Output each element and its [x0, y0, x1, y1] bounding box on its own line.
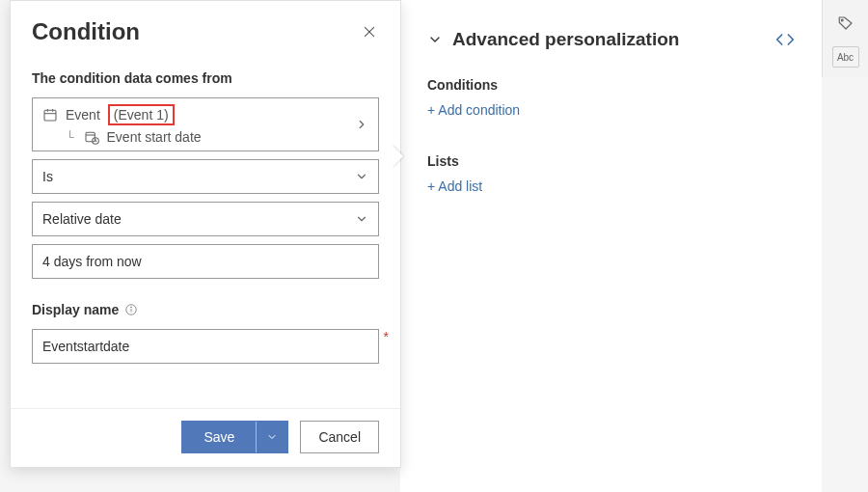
svg-rect-3 — [44, 110, 56, 121]
svg-point-0 — [841, 19, 843, 21]
source-entity-detail: (Event 1) — [108, 104, 175, 125]
operator-value: Is — [42, 169, 53, 184]
right-toolbar: Abc — [822, 0, 868, 77]
svg-rect-7 — [86, 132, 95, 141]
value-type-value: Relative date — [42, 211, 122, 227]
lists-section-label: Lists — [427, 153, 795, 169]
source-entity-name: Event — [66, 107, 100, 123]
display-name-input[interactable] — [32, 329, 379, 364]
dialog-title: Condition — [32, 18, 140, 45]
source-attribute-name: Event start date — [107, 129, 202, 145]
save-button-label: Save — [182, 422, 257, 452]
advanced-personalization-panel: Advanced personalization Conditions + Ad… — [400, 0, 822, 492]
calendar-clock-icon — [84, 129, 99, 145]
info-icon[interactable] — [124, 303, 138, 316]
conditions-section-label: Conditions — [427, 77, 795, 93]
code-view-icon[interactable] — [775, 30, 795, 49]
tree-elbow-icon: └ — [66, 130, 74, 144]
callout-arrow — [392, 145, 403, 168]
tag-tool-button[interactable] — [827, 4, 865, 42]
value-input[interactable]: 4 days from now — [32, 244, 379, 279]
data-source-picker[interactable]: Event (Event 1) └ Event start date — [32, 97, 379, 151]
condition-dialog: Condition The condition data comes from … — [10, 0, 401, 468]
source-label: The condition data comes from — [32, 70, 379, 86]
save-split-button[interactable]: Save — [181, 421, 288, 453]
save-chevron-down-icon[interactable] — [257, 431, 287, 443]
chevron-right-icon — [355, 118, 368, 131]
add-list-link[interactable]: + Add list — [427, 178, 482, 194]
svg-point-12 — [131, 307, 132, 308]
abc-tool-button[interactable]: Abc — [832, 46, 859, 68]
operator-select[interactable]: Is — [32, 159, 379, 194]
cancel-button[interactable]: Cancel — [300, 421, 379, 453]
chevron-down-icon — [355, 212, 368, 226]
required-mark: * — [384, 329, 389, 344]
value-text: 4 days from now — [42, 254, 142, 269]
panel-title: Advanced personalization — [452, 29, 679, 50]
calendar-icon — [42, 107, 58, 123]
display-name-label: Display name — [32, 302, 379, 317]
chevron-down-icon[interactable] — [427, 32, 443, 47]
chevron-down-icon — [355, 170, 368, 183]
value-type-select[interactable]: Relative date — [32, 202, 379, 236]
close-button[interactable] — [360, 22, 379, 41]
add-condition-link[interactable]: + Add condition — [427, 102, 520, 118]
